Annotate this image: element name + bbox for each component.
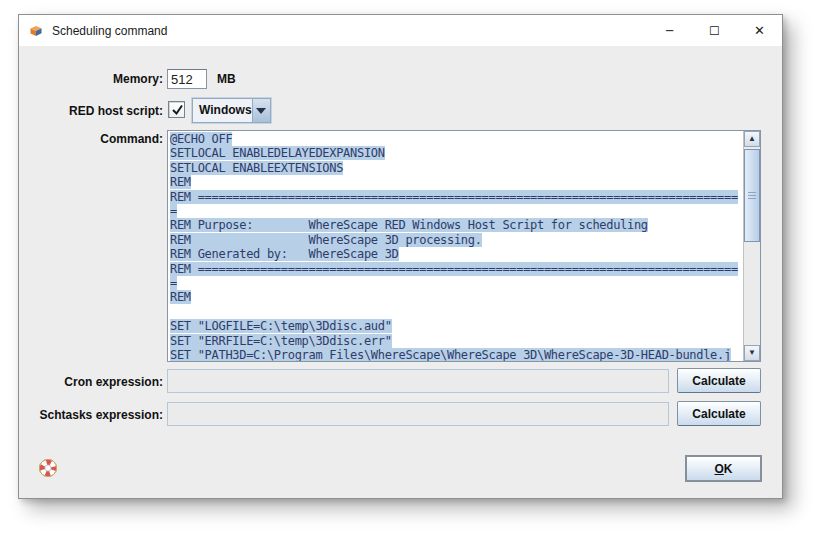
titlebar[interactable]: Scheduling command ─ ☐ ✕ <box>19 15 782 46</box>
maximize-icon[interactable]: ☐ <box>692 15 737 46</box>
vertical-scrollbar[interactable]: ▲ ▼ <box>743 131 760 361</box>
chevron-down-icon[interactable] <box>252 99 270 122</box>
schtasks-calculate-button[interactable]: Calculate <box>677 401 761 426</box>
command-textarea: @ECHO OFFSETLOCAL ENABLEDELAYEDEXPANSION… <box>167 130 761 362</box>
schtasks-expression-input[interactable] <box>167 402 669 426</box>
cron-expression-input[interactable] <box>167 369 669 393</box>
cron-calculate-button[interactable]: Calculate <box>677 368 761 393</box>
host-script-type-select[interactable]: Windows <box>192 98 271 123</box>
memory-input[interactable] <box>167 69 207 89</box>
wherescape-3d-app-icon <box>28 23 44 39</box>
memory-unit-label: MB <box>217 72 236 86</box>
ok-button[interactable]: OK <box>685 455 762 482</box>
red-host-script-checkbox[interactable] <box>168 101 185 118</box>
command-label: Command: <box>19 132 163 146</box>
window-controls: ─ ☐ ✕ <box>647 15 782 46</box>
red-host-script-label: RED host script: <box>19 104 163 118</box>
command-textarea-content[interactable]: @ECHO OFFSETLOCAL ENABLEDELAYEDEXPANSION… <box>168 131 743 361</box>
checkmark-icon <box>170 102 185 117</box>
scheduling-command-dialog: Scheduling command ─ ☐ ✕ Memory: MB RED … <box>18 14 783 499</box>
scroll-down-icon[interactable]: ▼ <box>744 345 760 361</box>
host-script-type-value: Windows <box>193 99 252 122</box>
lifebuoy-icon[interactable] <box>38 458 58 478</box>
close-icon[interactable]: ✕ <box>737 15 782 46</box>
memory-label: Memory: <box>19 72 163 86</box>
cron-expression-label: Cron expression: <box>19 375 163 389</box>
desktop-background: Scheduling command ─ ☐ ✕ Memory: MB RED … <box>0 0 831 548</box>
schtasks-expression-label: Schtasks expression: <box>19 408 163 422</box>
scrollbar-thumb[interactable] <box>744 149 760 242</box>
scroll-up-icon[interactable]: ▲ <box>744 131 760 147</box>
minimize-icon[interactable]: ─ <box>647 15 692 46</box>
window-title: Scheduling command <box>52 24 167 38</box>
